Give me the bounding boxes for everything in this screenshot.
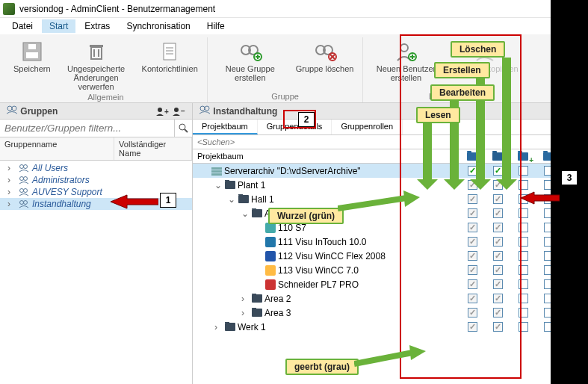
perm-checkbox[interactable]: ✓ bbox=[493, 251, 503, 261]
save-button[interactable]: Speichern bbox=[9, 37, 55, 93]
perm-checkbox[interactable]: ✓ bbox=[493, 166, 503, 176]
trash-icon bbox=[86, 39, 107, 64]
folder-icon bbox=[252, 309, 262, 317]
perm-checkbox[interactable]: ✓ bbox=[468, 208, 477, 218]
folder-create-icon bbox=[518, 152, 528, 161]
perm-checkbox[interactable]: ✓ bbox=[493, 208, 503, 218]
tree-row[interactable]: 113 Visu WinCC 7.0 ✓ ✓ bbox=[193, 263, 588, 277]
account-policies-button[interactable]: Kontorichtlinien bbox=[137, 37, 202, 93]
col-gruppenname[interactable]: Gruppenname bbox=[0, 137, 114, 160]
delete-group-button[interactable]: Gruppe löschen bbox=[291, 37, 359, 92]
chevron-icon[interactable]: ⌄ bbox=[214, 180, 223, 191]
perm-checkbox[interactable]: ✓ bbox=[468, 194, 477, 204]
filter-row bbox=[0, 120, 192, 137]
callout-erstellen: Erstellen bbox=[434, 62, 490, 78]
user-minus-icon[interactable]: − bbox=[171, 106, 186, 117]
svg-point-37 bbox=[20, 176, 24, 180]
perm-checkbox[interactable]: ✓ bbox=[493, 194, 503, 204]
menu-synchronisation[interactable]: Synchronisation bbox=[119, 19, 197, 33]
device-icon bbox=[265, 237, 276, 247]
folder-icon bbox=[238, 195, 249, 203]
tree-row[interactable]: › Area 2 ✓ ✓ bbox=[193, 291, 588, 306]
svg-line-50 bbox=[354, 353, 412, 364]
perm-checkbox[interactable]: ✓ bbox=[493, 223, 503, 232]
chevron-icon[interactable]: › bbox=[241, 308, 250, 318]
chevron-icon[interactable]: ⌄ bbox=[241, 208, 250, 219]
folder-icon bbox=[225, 181, 235, 189]
ribbon-group-gruppe: Neue Gruppe erstellen Gruppe löschen Gru… bbox=[208, 37, 364, 102]
tab-gruppenrollen[interactable]: Gruppenrollen bbox=[332, 120, 403, 134]
svg-marker-49 bbox=[403, 191, 420, 207]
perm-checkbox[interactable]: ✓ bbox=[493, 279, 503, 289]
svg-rect-2 bbox=[28, 44, 36, 49]
group-add-icon bbox=[238, 39, 262, 64]
svg-point-42 bbox=[24, 200, 28, 204]
perm-checkbox[interactable] bbox=[519, 308, 528, 318]
group-item-icon bbox=[19, 200, 29, 208]
tree-row[interactable]: › Area 3 ✓ ✓ bbox=[193, 306, 588, 320]
group-item[interactable]: › All Users bbox=[0, 162, 192, 174]
tree-row-label: Plant 1 bbox=[238, 180, 265, 191]
menu-hilfe[interactable]: Hilfe bbox=[199, 19, 232, 33]
perm-checkbox[interactable] bbox=[519, 180, 528, 190]
perm-checkbox[interactable]: ✓ bbox=[468, 279, 477, 289]
perm-checkbox[interactable]: ✓ bbox=[493, 265, 503, 275]
perm-checkbox[interactable] bbox=[519, 223, 528, 232]
tree-row[interactable]: › Werk 1 ✓ ✓ bbox=[193, 320, 588, 334]
perm-checkbox[interactable]: ✓ bbox=[468, 294, 477, 303]
perm-checkbox[interactable]: ✓ bbox=[493, 294, 503, 303]
chevron-icon[interactable]: › bbox=[214, 322, 223, 332]
tree-row[interactable]: Serverarchiv "D:\vdServerArchive" ✓ ✓ bbox=[193, 164, 588, 178]
svg-rect-4 bbox=[90, 45, 103, 47]
perm-checkbox[interactable] bbox=[519, 294, 528, 303]
svg-point-28 bbox=[12, 106, 16, 111]
group-item-label: All Users bbox=[32, 163, 68, 173]
perm-checkbox[interactable]: ✓ bbox=[493, 237, 503, 247]
filter-input[interactable] bbox=[0, 120, 174, 137]
perm-checkbox[interactable]: ✓ bbox=[468, 237, 477, 247]
perm-checkbox[interactable] bbox=[519, 265, 528, 275]
perm-checkbox[interactable]: ✓ bbox=[493, 322, 503, 332]
title-bar: versiondog - AdminClient - Benutzermanag… bbox=[0, 0, 588, 18]
perm-checkbox[interactable] bbox=[519, 208, 528, 218]
perm-checkbox[interactable]: ✓ bbox=[468, 322, 477, 332]
tree-row[interactable]: 112 Visu WinCC Flex 2008 ✓ ✓ bbox=[193, 249, 588, 263]
discard-changes-button[interactable]: Ungespeicherte Änderungen verwerfen bbox=[58, 37, 134, 93]
green-arrow-lesen bbox=[423, 123, 432, 179]
chevron-icon[interactable]: › bbox=[241, 294, 250, 304]
group-item[interactable]: › Administrators bbox=[0, 174, 192, 186]
tree-row[interactable]: 110 S7 ✓ ✓ bbox=[193, 220, 588, 235]
perm-checkbox[interactable] bbox=[519, 251, 528, 261]
tree-search-input[interactable] bbox=[193, 135, 588, 149]
tree-row[interactable]: 111 Visu InTouch 10.0 ✓ ✓ bbox=[193, 235, 588, 249]
tree-row[interactable]: Schneider PL7 PRO ✓ ✓ bbox=[193, 277, 588, 291]
perm-checkbox[interactable]: ✓ bbox=[468, 251, 477, 261]
new-group-button[interactable]: Neue Gruppe erstellen bbox=[212, 37, 288, 92]
save-icon bbox=[22, 39, 43, 64]
left-panel: Gruppen + − Gruppenname Vollständiger Na… bbox=[0, 103, 193, 384]
perm-col-create[interactable] bbox=[510, 152, 536, 161]
svg-rect-45 bbox=[211, 167, 222, 170]
menu-start[interactable]: Start bbox=[42, 19, 75, 33]
tab-projektbaum[interactable]: Projektbaum bbox=[193, 120, 258, 134]
svg-point-38 bbox=[24, 176, 28, 180]
perm-checkbox[interactable] bbox=[519, 322, 528, 332]
search-button[interactable] bbox=[174, 120, 192, 137]
perm-checkbox[interactable]: ✓ bbox=[468, 223, 477, 232]
detail-tabs: Projektbaum Gruppendetails Gruppenrollen bbox=[193, 120, 588, 135]
svg-rect-1 bbox=[26, 52, 38, 58]
perm-checkbox[interactable] bbox=[519, 237, 528, 247]
user-plus-icon[interactable]: + bbox=[155, 106, 170, 117]
chevron-icon[interactable]: ⌄ bbox=[228, 194, 236, 205]
col-vollname[interactable]: Vollständiger Name bbox=[114, 137, 192, 160]
perm-checkbox[interactable] bbox=[519, 279, 528, 289]
callout-geerbt: geerbt (grau) bbox=[285, 359, 359, 375]
menu-datei[interactable]: Datei bbox=[4, 19, 40, 33]
perm-checkbox[interactable]: ✓ bbox=[468, 265, 477, 275]
tree-header-label[interactable]: Projektbaum bbox=[193, 149, 459, 163]
menu-extras[interactable]: Extras bbox=[77, 19, 117, 33]
svg-text:+: + bbox=[164, 108, 169, 116]
perm-checkbox[interactable] bbox=[519, 166, 528, 176]
perm-checkbox[interactable]: ✓ bbox=[493, 308, 503, 318]
perm-checkbox[interactable]: ✓ bbox=[468, 308, 477, 318]
